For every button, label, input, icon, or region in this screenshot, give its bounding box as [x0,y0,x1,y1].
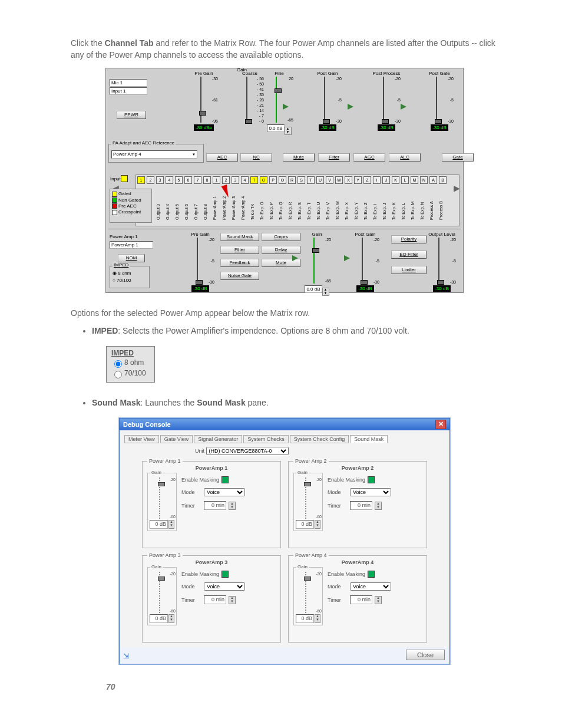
slider-gain[interactable]: Gain-20-650.0 dB▲▼ [302,232,332,296]
matrix-head-cell[interactable]: B [439,176,447,184]
matrix-head-cell[interactable]: Y [354,176,362,184]
matrix-head-cell[interactable]: W [335,176,343,184]
matrix-head-cell[interactable]: I [373,176,381,184]
agc-button[interactable]: AGC [353,153,385,162]
slider-pre-gain[interactable]: Pre Gain-30-61-96-86 dBu [189,71,219,131]
cmprs-button[interactable]: Cmprs [262,233,300,241]
tab-system-checks[interactable]: System Checks [243,435,289,443]
gain-slider[interactable]: Gain-20-600 dB▲▼ [293,567,323,625]
matrix-head-cell[interactable]: S [297,176,305,184]
tab-signal-generator[interactable]: Signal Generator [194,435,242,443]
gain-value[interactable]: 0 dB [150,614,168,623]
gain-slider[interactable]: Gain-20-600 dB▲▼ [147,567,177,625]
pa-ref-combo[interactable]: Power Amp 4 [111,150,197,159]
imped-70100-radio[interactable]: ○ 70/100 [113,278,131,283]
enable-masking-checkbox[interactable] [368,571,375,578]
matrix-head-cell[interactable]: 1 [137,176,145,184]
timer-stepper[interactable]: ▲▼ [229,596,236,604]
nom-button[interactable]: NOM [118,254,145,262]
matrix-head-cell[interactable]: X [345,176,352,184]
matrix-head-cell[interactable]: T [307,176,315,184]
gain-value[interactable]: 0 dB [296,520,314,529]
matrix-head-cell[interactable]: 3 [156,176,164,184]
tab-system-check-config[interactable]: System Check Config [290,435,349,443]
matrix-head-cell[interactable]: N [420,176,428,184]
tab-gate-view[interactable]: Gate View [160,435,193,443]
gain-value[interactable]: 0 dB [150,520,168,529]
slider-fine[interactable]: Fine20-650.0 dB▲▼ [264,71,295,135]
matrix-head-cell[interactable]: T [250,176,258,184]
unit-select[interactable]: (HD) CONVERGE880TA-0 [206,447,289,455]
mute-button[interactable]: Mute [283,153,315,162]
matrix-head-cell[interactable]: 7 [194,176,201,184]
matrix-head-cell[interactable]: Z [363,176,371,184]
limiter-button[interactable]: Limiter [391,266,427,274]
mode-select[interactable]: Voice [204,582,245,591]
alc-button[interactable]: ALC [389,153,421,162]
enable-masking-checkbox[interactable] [222,571,229,578]
gain-stepper[interactable]: ▲▼ [315,520,320,529]
matrix-head-cell[interactable]: 4 [241,176,249,184]
matrix-head-cell[interactable]: A [429,176,437,184]
timer-value[interactable]: 0 min [204,501,226,510]
slider-post-gain[interactable]: Post Gain-20-5-30-30 dB [312,71,343,131]
pa-name-field[interactable]: PowerAmp 1 [110,241,153,249]
delay-button[interactable]: Delay [262,246,300,254]
tab-sound-mask[interactable]: Sound Mask [350,435,388,443]
slider-output-level[interactable]: Output Level-20-5-30-30 dB [427,232,457,292]
gate-button[interactable]: Gate [442,153,474,162]
slider-post-gate[interactable]: Post Gate-20-5-30-30 dB [424,71,455,131]
gain-stepper[interactable]: ▲▼ [168,520,174,529]
matrix-head-cell[interactable]: R [288,176,296,184]
sound-mask-button[interactable]: Sound Mask [220,233,259,241]
mode-select[interactable]: Voice [350,488,391,496]
imped-8ohm-radio[interactable]: 8 ohm [111,358,146,368]
nc-button[interactable]: NC [240,153,272,162]
ppwr-button[interactable]: PPWR [117,111,146,119]
timer-stepper[interactable]: ▲▼ [375,596,382,604]
matrix-head-cell[interactable]: 4 [166,176,173,184]
mode-select[interactable]: Voice [204,488,245,496]
timer-value[interactable]: 0 min [204,595,226,604]
noise-gate-button[interactable]: Noise Gate [220,272,259,280]
matrix-head-cell[interactable]: 5 [175,176,183,184]
mode-select[interactable]: Voice [350,582,391,591]
window-close-icon[interactable]: ✕ [435,420,446,429]
matrix-head-cell[interactable]: M [411,176,418,184]
feedback-button[interactable]: Feedback [220,259,259,267]
enable-masking-checkbox[interactable] [222,476,229,483]
matrix-head-cell[interactable]: O [260,176,267,184]
matrix-head-cell[interactable]: 2 [147,176,154,184]
resize-handle-icon[interactable] [122,651,131,660]
matrix-head-cell[interactable]: 8 [203,176,211,184]
gain-stepper[interactable]: ▲▼ [168,614,174,623]
imped-70100-radio[interactable]: 70/100 [111,369,146,378]
matrix-head-cell[interactable]: P [269,176,277,184]
gain-value[interactable]: 0 dB [296,614,314,623]
matrix-right-scroll-icon[interactable]: ▶ [454,183,460,193]
matrix-head-cell[interactable]: V [326,176,333,184]
imped-8ohm-radio[interactable]: ◉ 8 ohm [113,271,131,276]
aec-button[interactable]: AEC [206,153,238,162]
matrix-head-cell[interactable]: 1 [213,176,220,184]
slider-post-process[interactable]: Post Process-20-5-30-30 dB [371,71,402,131]
slider-coarse[interactable]: Coarse- 56- 50- 41- 35- 28- 21- 14- 7- 0 [234,71,265,123]
matrix-head-cell[interactable]: J [382,176,390,184]
filter-button[interactable]: Filter [318,153,350,162]
timer-stepper[interactable]: ▲▼ [375,502,382,510]
enable-masking-checkbox[interactable] [368,476,375,483]
gain-slider[interactable]: Gain-20-600 dB▲▼ [147,473,177,531]
polarity-button[interactable]: Polarity [391,235,427,243]
matrix-head-cell[interactable]: U [316,176,324,184]
timer-value[interactable]: 0 min [350,501,372,510]
timer-stepper[interactable]: ▲▼ [229,502,236,510]
slider-post-gain[interactable]: Post Gain-20-5-30-30 dB [350,232,381,292]
matrix-head-cell[interactable]: 6 [184,176,192,184]
matrix-head-cell[interactable]: O [279,176,286,184]
tab-meter-view[interactable]: Meter View [124,435,159,443]
eq-filter-button[interactable]: EQ Filter [391,251,427,259]
filter-button[interactable]: Filter [220,246,259,254]
slider-pre-gain[interactable]: Pre Gain-20-5-30-30 dB [185,232,216,292]
matrix-head-cell[interactable]: 3 [232,176,239,184]
close-button[interactable]: Close [406,650,445,660]
